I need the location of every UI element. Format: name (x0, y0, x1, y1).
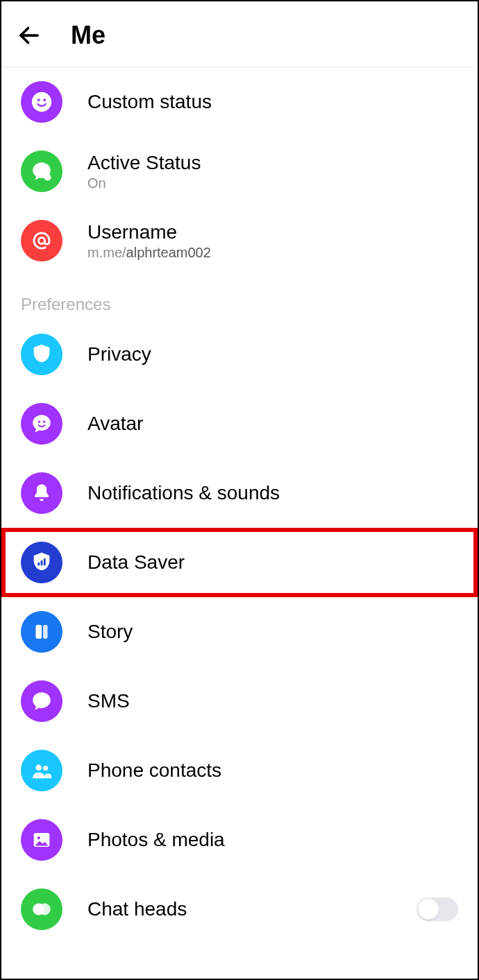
bell-icon (21, 472, 62, 514)
svg-point-1 (32, 92, 51, 112)
row-chat-heads[interactable]: Chat heads (1, 875, 478, 944)
row-sms[interactable]: SMS (1, 667, 478, 736)
svg-point-7 (43, 420, 45, 422)
svg-rect-12 (43, 625, 47, 639)
back-button[interactable] (15, 22, 43, 49)
svg-rect-10 (44, 558, 46, 565)
svg-point-6 (38, 420, 40, 422)
row-story[interactable]: Story (1, 597, 478, 667)
row-photos-media[interactable]: Photos & media (1, 805, 478, 875)
chat-icon (21, 680, 62, 722)
settings-list: Custom status Active Status On Username … (1, 67, 478, 944)
row-label: Data Saver (87, 551, 458, 574)
chatheads-icon (21, 888, 62, 930)
people-icon (21, 750, 62, 791)
section-preferences: Preferences (1, 275, 478, 320)
at-icon (21, 220, 62, 261)
svg-point-2 (37, 98, 40, 101)
row-username[interactable]: Username m.me/alphrteam002 (1, 206, 478, 275)
arrow-left-icon (17, 23, 42, 48)
row-data-saver[interactable]: Data Saver (1, 528, 478, 597)
row-label: SMS (87, 690, 458, 712)
chat-heads-toggle[interactable] (417, 897, 458, 921)
page-title: Me (71, 21, 106, 50)
svg-point-14 (43, 766, 48, 771)
svg-point-16 (37, 836, 40, 839)
row-label: Username (87, 221, 458, 243)
svg-point-13 (36, 765, 42, 771)
svg-point-18 (39, 904, 51, 915)
shield-bars-icon (21, 542, 62, 583)
row-label: Chat heads (87, 898, 392, 920)
smile-icon (21, 81, 62, 123)
shield-icon (21, 334, 62, 375)
svg-point-3 (43, 98, 46, 101)
row-label: Custom status (87, 91, 458, 113)
svg-rect-8 (37, 562, 40, 565)
row-notifications[interactable]: Notifications & sounds (1, 458, 478, 528)
row-label: Avatar (87, 413, 458, 435)
row-label: Privacy (87, 343, 458, 366)
row-custom-status[interactable]: Custom status (1, 67, 478, 137)
row-avatar[interactable]: Avatar (1, 389, 478, 458)
story-icon (21, 611, 62, 653)
header: Me (1, 1, 478, 67)
svg-point-4 (44, 174, 51, 181)
row-privacy[interactable]: Privacy (1, 320, 478, 389)
row-active-status[interactable]: Active Status On (1, 137, 478, 206)
row-sub: On (87, 175, 458, 191)
row-label: Phone contacts (87, 759, 458, 782)
svg-rect-9 (41, 560, 43, 565)
bubble-icon (21, 151, 62, 192)
row-phone-contacts[interactable]: Phone contacts (1, 736, 478, 805)
row-label: Active Status (87, 152, 458, 174)
svg-rect-11 (36, 625, 42, 639)
photo-icon (21, 819, 62, 861)
row-sub: m.me/alphrteam002 (87, 245, 458, 261)
row-label: Story (87, 621, 458, 643)
row-label: Notifications & sounds (87, 482, 458, 504)
row-label: Photos & media (87, 829, 458, 851)
avatar-face-icon (21, 403, 62, 445)
